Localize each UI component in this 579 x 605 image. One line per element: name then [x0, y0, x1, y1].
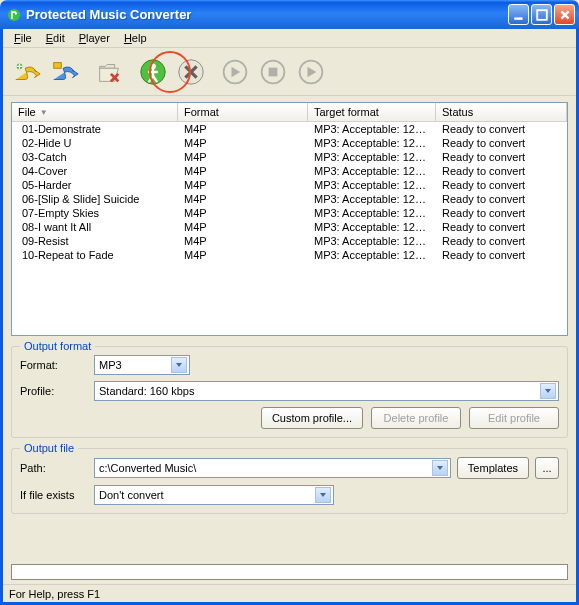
- svg-rect-10: [269, 67, 278, 76]
- edit-profile-button[interactable]: Edit profile: [469, 407, 559, 429]
- sort-arrow-icon: ▼: [40, 108, 48, 117]
- profile-combo[interactable]: Standard: 160 kbps: [94, 381, 559, 401]
- maximize-button[interactable]: [531, 4, 552, 25]
- add-folder-icon: [50, 57, 80, 87]
- cell-status: Ready to convert: [436, 193, 567, 205]
- col-file-label: File: [18, 106, 36, 118]
- combo-dropdown-icon[interactable]: [171, 357, 187, 373]
- cell-format: M4P: [178, 249, 308, 261]
- output-file-title: Output file: [20, 442, 78, 454]
- if-exists-value: Don't convert: [99, 489, 315, 501]
- add-file-icon: [12, 57, 42, 87]
- table-row[interactable]: 08-I want It AllM4PMP3: Acceptable: 128 …: [12, 220, 567, 234]
- status-bar: For Help, press F1: [3, 584, 576, 602]
- cell-status: Ready to convert: [436, 221, 567, 233]
- svg-rect-1: [514, 17, 522, 19]
- table-row[interactable]: 01-DemonstrateM4PMP3: Acceptable: 128 ..…: [12, 122, 567, 136]
- table-row[interactable]: 07-Empty SkiesM4PMP3: Acceptable: 128 ..…: [12, 206, 567, 220]
- cell-format: M4P: [178, 123, 308, 135]
- app-icon: [6, 7, 22, 23]
- cell-status: Ready to convert: [436, 249, 567, 261]
- cell-file: 08-I want It All: [12, 221, 178, 233]
- profile-label: Profile:: [20, 385, 88, 397]
- stop-convert-button[interactable]: [173, 54, 209, 90]
- stop-convert-icon: [176, 57, 206, 87]
- cell-target: MP3: Acceptable: 128 ...: [308, 235, 436, 247]
- next-button[interactable]: [293, 54, 329, 90]
- path-combo[interactable]: c:\Converted Music\: [94, 458, 451, 478]
- next-icon: [297, 58, 325, 86]
- cell-file: 07-Empty Skies: [12, 207, 178, 219]
- cell-target: MP3: Acceptable: 128 ...: [308, 249, 436, 261]
- menu-edit[interactable]: Edit: [39, 30, 72, 46]
- col-file[interactable]: File ▼: [12, 103, 178, 121]
- col-status[interactable]: Status: [436, 103, 567, 121]
- list-body: 01-DemonstrateM4PMP3: Acceptable: 128 ..…: [12, 122, 567, 262]
- cell-target: MP3: Acceptable: 128 ...: [308, 165, 436, 177]
- table-row[interactable]: 10-Repeat to FadeM4PMP3: Acceptable: 128…: [12, 248, 567, 262]
- if-exists-label: If file exists: [20, 489, 88, 501]
- browse-button[interactable]: ...: [535, 457, 559, 479]
- menu-bar: File Edit Player Help: [3, 29, 576, 48]
- menu-player[interactable]: Player: [72, 30, 117, 46]
- table-row[interactable]: 05-HarderM4PMP3: Acceptable: 128 ...Read…: [12, 178, 567, 192]
- cell-file: 10-Repeat to Fade: [12, 249, 178, 261]
- cell-file: 03-Catch: [12, 151, 178, 163]
- minimize-button[interactable]: [508, 4, 529, 25]
- output-file-group: Output file Path: c:\Converted Music\ Te…: [11, 448, 568, 514]
- stop-button[interactable]: [255, 54, 291, 90]
- if-exists-combo[interactable]: Don't convert: [94, 485, 334, 505]
- format-combo[interactable]: MP3: [94, 355, 190, 375]
- combo-dropdown-icon[interactable]: [432, 460, 448, 476]
- cell-file: 09-Resist: [12, 235, 178, 247]
- col-target[interactable]: Target format: [308, 103, 436, 121]
- window-title: Protected Music Converter: [26, 7, 508, 22]
- output-format-title: Output format: [20, 340, 95, 352]
- play-button[interactable]: [217, 54, 253, 90]
- svg-rect-2: [537, 10, 547, 20]
- delete-profile-button[interactable]: Delete profile: [371, 407, 461, 429]
- convert-button[interactable]: [135, 54, 171, 90]
- combo-dropdown-icon[interactable]: [540, 383, 556, 399]
- cell-file: 06-[Slip & Slide] Suicide: [12, 193, 178, 205]
- col-format[interactable]: Format: [178, 103, 308, 121]
- content-area: File ▼ Format Target format Status 01-De…: [3, 96, 576, 560]
- menu-file[interactable]: File: [7, 30, 39, 46]
- custom-profile-button[interactable]: Custom profile...: [261, 407, 363, 429]
- cell-format: M4P: [178, 137, 308, 149]
- table-row[interactable]: 06-[Slip & Slide] SuicideM4PMP3: Accepta…: [12, 192, 567, 206]
- cell-format: M4P: [178, 235, 308, 247]
- add-file-button[interactable]: [9, 54, 45, 90]
- table-row[interactable]: 04-CoverM4PMP3: Acceptable: 128 ...Ready…: [12, 164, 567, 178]
- cell-format: M4P: [178, 221, 308, 233]
- table-row[interactable]: 09-ResistM4PMP3: Acceptable: 128 ...Read…: [12, 234, 567, 248]
- cell-target: MP3: Acceptable: 128 ...: [308, 123, 436, 135]
- cell-status: Ready to convert: [436, 137, 567, 149]
- path-value: c:\Converted Music\: [99, 462, 432, 474]
- add-folder-button[interactable]: [47, 54, 83, 90]
- menu-help[interactable]: Help: [117, 30, 154, 46]
- cell-status: Ready to convert: [436, 123, 567, 135]
- table-row[interactable]: 03-CatchM4PMP3: Acceptable: 128 ...Ready…: [12, 150, 567, 164]
- cell-target: MP3: Acceptable: 128 ...: [308, 179, 436, 191]
- file-list[interactable]: File ▼ Format Target format Status 01-De…: [11, 102, 568, 336]
- cell-target: MP3: Acceptable: 128 ...: [308, 207, 436, 219]
- cell-status: Ready to convert: [436, 235, 567, 247]
- cell-target: MP3: Acceptable: 128 ...: [308, 193, 436, 205]
- remove-button[interactable]: [91, 54, 127, 90]
- cell-target: MP3: Acceptable: 128 ...: [308, 221, 436, 233]
- close-button[interactable]: [554, 4, 575, 25]
- cell-status: Ready to convert: [436, 179, 567, 191]
- toolbar: [3, 48, 576, 96]
- svg-point-0: [8, 9, 20, 21]
- cell-file: 02-Hide U: [12, 137, 178, 149]
- profile-value: Standard: 160 kbps: [99, 385, 540, 397]
- table-row[interactable]: 02-Hide UM4PMP3: Acceptable: 128 ...Read…: [12, 136, 567, 150]
- convert-icon: [138, 57, 168, 87]
- cell-target: MP3: Acceptable: 128 ...: [308, 151, 436, 163]
- combo-dropdown-icon[interactable]: [315, 487, 331, 503]
- templates-button[interactable]: Templates: [457, 457, 529, 479]
- cell-status: Ready to convert: [436, 165, 567, 177]
- format-label: Format:: [20, 359, 88, 371]
- cell-format: M4P: [178, 193, 308, 205]
